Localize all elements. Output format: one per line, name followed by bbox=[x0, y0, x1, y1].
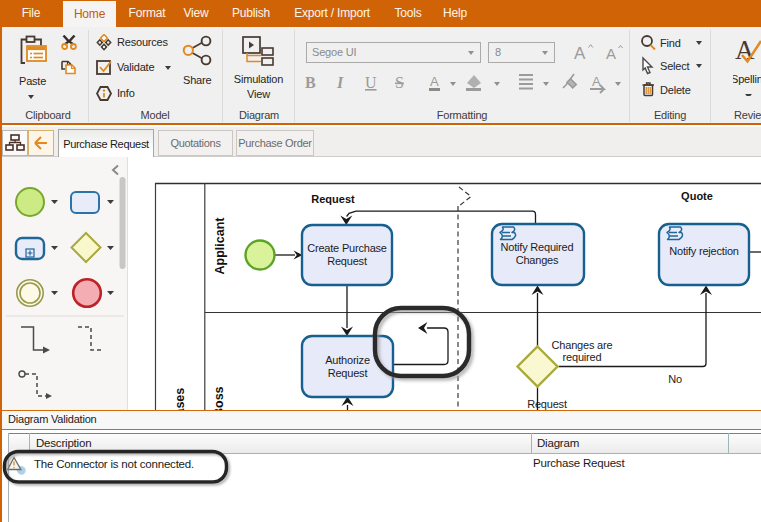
svg-text:A: A bbox=[592, 74, 601, 89]
svg-text:Authorize: Authorize bbox=[325, 354, 370, 366]
svg-text:Changes: Changes bbox=[516, 254, 559, 266]
svg-text:Purchases: Purchases bbox=[173, 388, 187, 411]
svg-text:Create Purchase: Create Purchase bbox=[307, 242, 387, 254]
svg-text:Request: Request bbox=[311, 193, 355, 205]
svg-text:Quote: Quote bbox=[681, 190, 713, 202]
svg-text:A: A bbox=[606, 45, 616, 62]
svg-text:No: No bbox=[668, 373, 682, 385]
svg-text:A: A bbox=[430, 74, 439, 89]
svg-text:Request: Request bbox=[527, 398, 567, 410]
svg-text:B: B bbox=[305, 74, 316, 91]
svg-text:I: I bbox=[336, 74, 344, 91]
svg-text:U: U bbox=[365, 74, 377, 91]
svg-text:Request: Request bbox=[328, 367, 368, 379]
svg-text:A: A bbox=[735, 35, 755, 65]
svg-text:required: required bbox=[563, 351, 602, 363]
svg-text:A: A bbox=[574, 44, 586, 63]
svg-text:Notify rejection: Notify rejection bbox=[669, 245, 739, 257]
svg-text:S: S bbox=[395, 74, 404, 91]
svg-text:Spelling: Spelling bbox=[733, 73, 761, 85]
svg-text:Applicant: Applicant bbox=[213, 217, 227, 275]
svg-text:Request: Request bbox=[327, 255, 367, 267]
svg-text:Boss: Boss bbox=[212, 386, 226, 411]
svg-text:Notify Required: Notify Required bbox=[501, 241, 574, 253]
svg-text:Changes are: Changes are bbox=[552, 339, 613, 351]
